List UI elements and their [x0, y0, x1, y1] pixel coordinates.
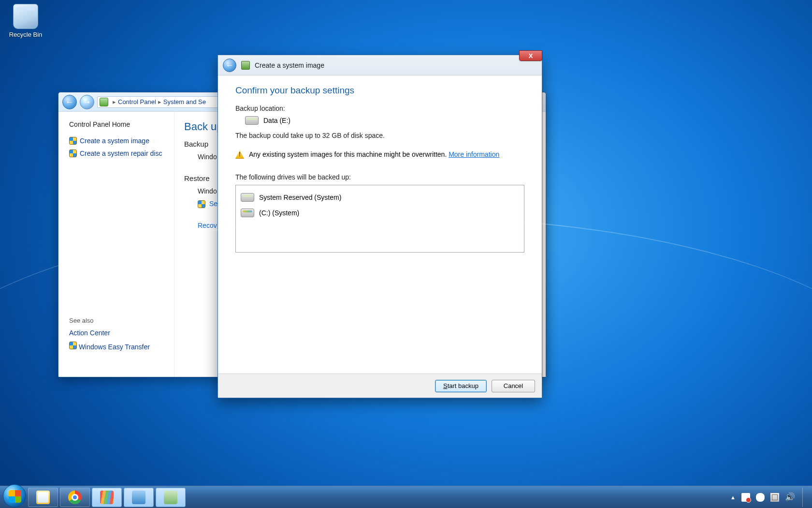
- backup-size-note: The backup could take up to 32 GB of dis…: [235, 132, 524, 139]
- wizard-title: Create a system image: [255, 61, 324, 69]
- warning-text: Any existing system images for this mach…: [249, 150, 449, 158]
- wizard-footer: Start backup Cancel: [218, 374, 542, 398]
- shield-icon: [69, 149, 77, 157]
- sidebar-create-repair-disc[interactable]: Create a system repair disc: [69, 149, 172, 157]
- close-button[interactable]: X: [519, 50, 542, 61]
- control-panel-sidebar: Control Panel Home Create a system image…: [58, 112, 174, 377]
- control-panel-icon: [132, 491, 145, 504]
- system-drive-icon: [241, 209, 254, 217]
- wizard-heading: Confirm your backup settings: [235, 85, 524, 96]
- volume-icon[interactable]: 🔊: [785, 493, 794, 502]
- show-hidden-icons[interactable]: ▲: [730, 494, 736, 500]
- recycle-bin[interactable]: Recycle Bin: [6, 4, 45, 38]
- drive-icon: [241, 193, 254, 202]
- wizard-warning: Any existing system images for this mach…: [235, 150, 524, 159]
- sidebar-create-system-image[interactable]: Create a system image: [69, 137, 172, 145]
- backup-location-value-row: Data (E:): [245, 116, 524, 125]
- list-item: (C:) (System): [241, 209, 519, 217]
- nav-back-button[interactable]: ←: [62, 95, 77, 109]
- cancel-button[interactable]: Cancel: [492, 380, 535, 392]
- breadcrumb-section[interactable]: System and Se: [163, 98, 206, 105]
- network-icon[interactable]: [770, 493, 779, 502]
- wizard-body: Confirm your backup settings Backup loca…: [218, 75, 542, 253]
- see-also-action-center[interactable]: Action Center: [69, 329, 172, 337]
- shield-icon: [198, 200, 205, 208]
- system-image-wizard-window[interactable]: ← Create a system image X Confirm your b…: [218, 55, 542, 398]
- warning-icon: [235, 150, 244, 159]
- show-desktop-button[interactable]: [802, 488, 807, 507]
- backup-location-label: Backup location:: [235, 105, 524, 112]
- control-panel-home-link[interactable]: Control Panel Home: [69, 120, 172, 128]
- see-also-heading: See also: [69, 317, 172, 324]
- backup-app-icon: [164, 491, 177, 504]
- nav-forward-button[interactable]: →: [80, 95, 94, 109]
- file-explorer-icon: [36, 491, 50, 504]
- drives-to-backup-label: The following drives will be backed up:: [235, 173, 524, 181]
- onedrive-icon[interactable]: [756, 493, 765, 502]
- action-center-icon[interactable]: [741, 493, 750, 502]
- taskbar-control-panel[interactable]: [124, 488, 154, 507]
- more-information-link[interactable]: More information: [449, 150, 499, 158]
- desktop[interactable]: Recycle Bin ← → ▸ Control Panel ▸ System…: [0, 0, 812, 508]
- taskbar[interactable]: ▲ 🔊: [0, 486, 812, 508]
- control-panel-icon: [100, 98, 108, 106]
- wizard-back-button[interactable]: ←: [223, 59, 236, 72]
- taskbar-app-stripes[interactable]: [92, 488, 122, 507]
- backup-location-value: Data (E:): [263, 117, 290, 124]
- wizard-app-icon: [241, 61, 250, 70]
- see-also-easy-transfer[interactable]: Windows Easy Transfer: [69, 342, 172, 351]
- chrome-icon: [68, 491, 82, 504]
- recycle-bin-icon: [13, 4, 38, 29]
- system-tray[interactable]: ▲ 🔊: [730, 488, 809, 507]
- drives-listbox[interactable]: System Reserved (System) (C:) (System): [235, 185, 524, 253]
- start-button[interactable]: [3, 484, 26, 508]
- taskbar-chrome[interactable]: [60, 488, 90, 507]
- stripes-app-icon: [100, 491, 114, 504]
- wizard-titlebar[interactable]: ← Create a system image X: [218, 55, 542, 75]
- list-item: System Reserved (System): [241, 193, 519, 202]
- shield-icon: [69, 342, 77, 349]
- breadcrumb-root[interactable]: Control Panel: [118, 98, 156, 105]
- shield-icon: [69, 137, 77, 145]
- recycle-bin-label: Recycle Bin: [6, 31, 45, 38]
- taskbar-file-explorer[interactable]: [28, 488, 58, 507]
- taskbar-backup-wizard[interactable]: [156, 488, 186, 507]
- drive-icon: [245, 116, 259, 125]
- start-backup-button[interactable]: Start backup: [435, 380, 487, 392]
